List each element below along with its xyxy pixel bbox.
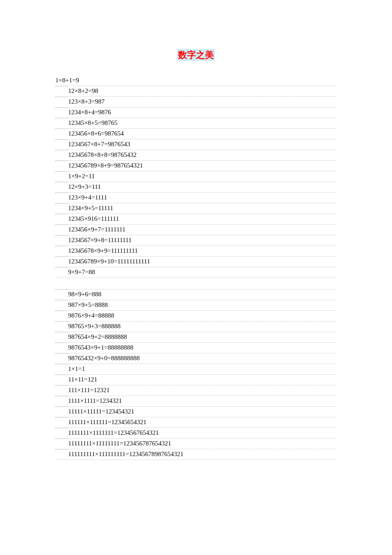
equation-line: 12×9+3=111 [55, 182, 337, 193]
equation-line: 1234×8+4=9876 [55, 107, 337, 118]
equation-line: 11111111×11111111=123456787654321 [55, 439, 337, 449]
equation-line: 98765×9+3=888888 [55, 321, 337, 332]
content-list: 1×8+1=912×8+2=98123×8+3=9871234×8+4=9876… [55, 75, 337, 460]
equation-line: 12345678×9+9=111111111 [55, 246, 337, 257]
equation-line: 98765432×9+0=888888888 [55, 353, 337, 364]
equation-line: 123456789×8+9=987654321 [55, 161, 337, 171]
equation-line: 1×8+1=9 [55, 75, 337, 86]
equation-line: 1234567×9+8=11111111 [55, 235, 337, 246]
equation-line: 11111×11111=123454321 [55, 407, 337, 417]
equation-line: 12345×916=111111 [55, 214, 337, 225]
equation-line: 11×11=121 [55, 375, 337, 385]
equation-line: 1×1=1 [55, 364, 337, 375]
document-page: 数字之美 1×8+1=912×8+2=98123×8+3=9871234×8+4… [0, 0, 392, 460]
equation-line: 98×9+6=888 [55, 289, 337, 300]
equation-line: 9876×9+4=88888 [55, 311, 337, 321]
equation-line: 123456789×9+10=11111111111 [55, 257, 337, 267]
equation-line: 123×9+4=1111 [55, 193, 337, 203]
equation-line: 987654×9+2=8888888 [55, 332, 337, 343]
equation-line: 123456×9+7=1111111 [55, 225, 337, 235]
equation-line: 9876543×9+1=88888888 [55, 343, 337, 353]
equation-line: 12345678×8+8=98765432 [55, 150, 337, 161]
page-title: 数字之美 [177, 49, 215, 61]
equation-line: 1111×1111=1234321 [55, 396, 337, 407]
equation-line: 1234567×8+7=9876543 [55, 139, 337, 150]
equation-line: 12345×8+5=98765 [55, 118, 337, 129]
equation-line: 123456×8+6=987654 [55, 129, 337, 139]
equation-line: 1111111×1111111=1234567654321 [55, 428, 337, 439]
equation-line: 12×8+2=98 [55, 86, 337, 97]
equation-line: 111×111=12321 [55, 385, 337, 396]
equation-line: 987×9+5=8888 [55, 300, 337, 311]
equation-line: 1234×9+5=11111 [55, 203, 337, 214]
equation-line: 111111111×111111111=12345678987654321 [55, 449, 337, 460]
equation-line: 111111×111111=12345654321 [55, 417, 337, 428]
blank-line [55, 278, 337, 289]
title-wrap: 数字之美 [55, 49, 337, 70]
equation-line: 123×8+3=987 [55, 97, 337, 107]
equation-line: 9×9+7=88 [55, 267, 337, 278]
equation-line: 1×9+2=11 [55, 171, 337, 182]
